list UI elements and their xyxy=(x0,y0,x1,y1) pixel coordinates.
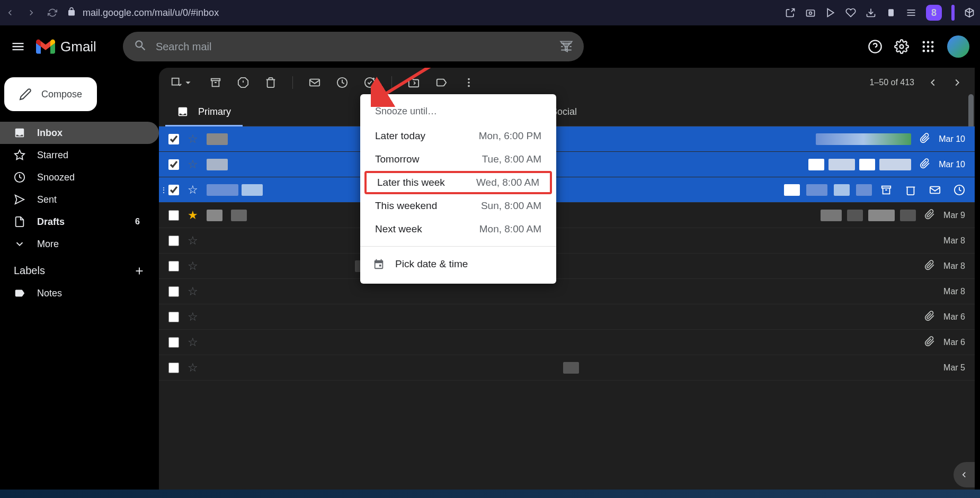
mark-unread-button[interactable] xyxy=(309,77,320,88)
apps-icon[interactable] xyxy=(921,39,936,54)
snooze-option-later-this-week[interactable]: Later this weekWed, 8:00 AM xyxy=(364,171,552,194)
content-pane: 1–50 of 413 Snooze until… Later todayMon… xyxy=(159,68,975,498)
svg-rect-37 xyxy=(379,265,381,267)
download-icon[interactable] xyxy=(866,7,876,18)
row-date: Mar 8 xyxy=(943,287,965,296)
email-row[interactable]: ☆ Mar 10 xyxy=(159,126,975,152)
star-toggle[interactable]: ☆ xyxy=(188,234,198,248)
sidebar-item-label: Inbox xyxy=(37,128,63,139)
email-row[interactable]: ⋮⋮ ☆ xyxy=(159,177,975,203)
content-redacted xyxy=(808,159,911,170)
row-snooze-button[interactable] xyxy=(954,184,965,196)
email-row[interactable]: ☆ Mar 10 xyxy=(159,152,975,177)
more-button[interactable] xyxy=(463,77,475,88)
share-icon[interactable] xyxy=(785,7,796,18)
row-date: Mar 10 xyxy=(939,134,965,144)
star-toggle[interactable]: ☆ xyxy=(188,259,198,273)
row-mark-unread-button[interactable] xyxy=(929,184,941,196)
sidebar-item-inbox[interactable]: Inbox xyxy=(0,122,159,144)
report-spam-button[interactable] xyxy=(237,77,249,88)
label-icon xyxy=(14,287,25,299)
heart-icon[interactable] xyxy=(845,7,856,18)
row-archive-button[interactable] xyxy=(880,184,892,196)
settings-lines-icon[interactable] xyxy=(906,7,916,18)
email-row[interactable]: ☆ Mar 6 xyxy=(159,330,975,355)
row-checkbox[interactable] xyxy=(168,261,179,271)
add-label-button[interactable] xyxy=(133,265,145,277)
snooze-option-this-weekend[interactable]: This weekendSun, 8:00 AM xyxy=(360,194,556,218)
svg-point-35 xyxy=(468,85,470,87)
row-checkbox[interactable] xyxy=(168,363,179,373)
tab-primary[interactable]: Primary xyxy=(165,97,243,126)
row-checkbox[interactable] xyxy=(168,337,179,348)
row-checkbox[interactable] xyxy=(168,312,179,322)
row-delete-button[interactable] xyxy=(905,184,916,196)
label-item-notes[interactable]: Notes xyxy=(0,282,159,304)
sidebar-item-starred[interactable]: Starred xyxy=(0,144,159,166)
search-box[interactable] xyxy=(123,32,584,61)
delete-button[interactable] xyxy=(265,77,277,88)
search-input[interactable] xyxy=(156,41,551,53)
move-to-button[interactable] xyxy=(408,77,420,88)
sidebar-item-sent[interactable]: Sent xyxy=(0,188,159,211)
cube-icon[interactable] xyxy=(964,7,975,18)
url-text[interactable]: mail.google.com/mail/u/0/#inbox xyxy=(83,7,219,19)
star-toggle[interactable]: ☆ xyxy=(188,183,198,197)
prev-page-button[interactable] xyxy=(927,77,939,88)
row-checkbox[interactable] xyxy=(168,159,179,170)
main-menu-button[interactable] xyxy=(11,39,25,54)
profile-badge[interactable]: 8 xyxy=(926,5,942,21)
compose-button[interactable]: Compose xyxy=(4,77,97,111)
snooze-option-tomorrow[interactable]: TomorrowTue, 8:00 AM xyxy=(360,148,556,171)
snooze-pick-date[interactable]: Pick date & time xyxy=(360,252,556,276)
star-toggle[interactable]: ☆ xyxy=(188,158,198,171)
support-icon[interactable] xyxy=(868,39,883,54)
email-row[interactable]: ☆ Mar 8 xyxy=(159,279,975,304)
archive-button[interactable] xyxy=(210,77,221,88)
snooze-option-later-today[interactable]: Later todayMon, 6:00 PM xyxy=(360,124,556,148)
drag-handle[interactable]: ⋮⋮ xyxy=(160,186,173,194)
email-row[interactable]: ☆ Mar 6 xyxy=(159,304,975,330)
select-checkbox[interactable] xyxy=(171,77,194,88)
snooze-option-next-week[interactable]: Next weekMon, 8:00 AM xyxy=(360,218,556,241)
back-button[interactable] xyxy=(5,8,15,17)
reload-button[interactable] xyxy=(48,8,57,17)
email-row[interactable]: ★ Mar 9 xyxy=(159,203,975,228)
settings-icon[interactable] xyxy=(894,39,909,54)
account-avatar[interactable] xyxy=(947,35,969,58)
add-task-button[interactable] xyxy=(364,77,376,88)
email-row[interactable]: ☆ Mar 5 xyxy=(159,355,975,381)
sidebar-item-drafts[interactable]: Drafts 6 xyxy=(0,211,159,233)
label-item-label: Notes xyxy=(37,288,62,299)
sidebar-toggle[interactable] xyxy=(951,5,955,21)
search-options-icon[interactable] xyxy=(559,40,573,53)
star-toggle[interactable]: ☆ xyxy=(188,285,198,298)
gmail-logo[interactable]: Gmail xyxy=(36,39,96,55)
star-toggle[interactable]: ☆ xyxy=(188,361,198,375)
row-checkbox[interactable] xyxy=(168,236,179,246)
attachment-icon xyxy=(924,336,935,349)
side-panel-toggle[interactable] xyxy=(954,462,975,487)
row-checkbox[interactable] xyxy=(168,286,179,297)
sidebar-item-more[interactable]: More xyxy=(0,233,159,255)
row-checkbox[interactable] xyxy=(168,210,179,221)
email-row[interactable]: ☆ Mar 8 xyxy=(159,253,975,279)
content-redacted xyxy=(821,210,916,221)
shield-icon[interactable] xyxy=(886,7,896,18)
divider xyxy=(360,246,556,247)
star-toggle[interactable]: ★ xyxy=(188,209,198,222)
send-icon[interactable] xyxy=(825,7,836,18)
snooze-button[interactable] xyxy=(336,77,348,88)
labels-button[interactable] xyxy=(435,77,447,88)
row-checkbox[interactable] xyxy=(168,134,179,144)
star-toggle[interactable]: ☆ xyxy=(188,336,198,349)
star-toggle[interactable]: ☆ xyxy=(188,310,198,324)
svg-marker-20 xyxy=(15,195,24,204)
sidebar-item-snoozed[interactable]: Snoozed xyxy=(0,166,159,188)
forward-button[interactable] xyxy=(26,8,36,17)
next-page-button[interactable] xyxy=(951,77,963,88)
attachment-icon xyxy=(924,311,935,323)
star-toggle[interactable]: ☆ xyxy=(188,132,198,146)
email-row[interactable]: ☆ Mar 8 xyxy=(159,228,975,253)
camera-icon[interactable] xyxy=(805,7,816,18)
